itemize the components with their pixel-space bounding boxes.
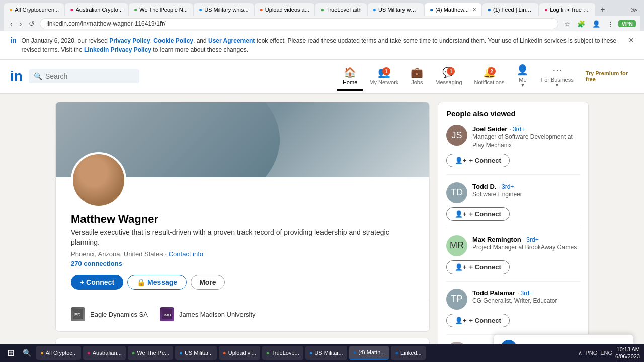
sidebar-person-info-1: Todd D. · 3rd+ Software Engineer	[472, 182, 580, 199]
browser-tab-6[interactable]: ● TrueLoveFaith	[315, 3, 367, 16]
privacy-banner-close[interactable]: ×	[628, 35, 634, 46]
taskbar-search-button[interactable]: 🔍	[20, 348, 34, 358]
home-icon: 🏠	[344, 66, 356, 78]
profile-avatar-wrapper	[71, 152, 126, 208]
taskbar-task-0[interactable]: ● All Cryptoc...	[36, 346, 81, 360]
exp-item-jmu[interactable]: JMU James Madison University	[160, 307, 256, 321]
browser-tab-10[interactable]: ● Log In • True Lo...	[539, 3, 595, 16]
connect-button-todd-d[interactable]: 👤+ + Connect	[446, 207, 510, 221]
taskbar-task-2[interactable]: ● We The Pe...	[128, 346, 173, 360]
linkedin-privacy-icon: in	[10, 36, 16, 44]
taskbar-task-1[interactable]: ● Australian...	[83, 346, 126, 360]
nav-item-forbusiness[interactable]: ⋯ For Business ▼	[535, 60, 579, 93]
taskbar-task-3[interactable]: ● US Militar...	[175, 346, 217, 360]
profile-button[interactable]: 👤	[590, 19, 603, 29]
list-item: TD Todd D. · 3rd+ Software Engineer 👤+ +…	[446, 182, 580, 228]
nav-item-messaging[interactable]: 💬 1 Messaging	[429, 62, 468, 90]
connect-button[interactable]: + Connect	[71, 275, 123, 290]
list-item: MR Max Remington · 3rd+ Project Manager …	[446, 235, 580, 282]
sidebar-person-info-3: Todd Palamar · 3rd+ CG Generalist, Write…	[472, 289, 580, 305]
contact-info-link[interactable]: Contact info	[169, 250, 203, 258]
tab-close-icon[interactable]: ×	[473, 6, 476, 13]
sidebar-person-title-0: Manager of Software Development at Play …	[472, 133, 580, 150]
taskbar-task-8[interactable]: ● Linked...	[391, 346, 425, 360]
sidebar-person-name[interactable]: Todd D. · 3rd+	[472, 182, 580, 190]
profile-location: Phoenix, Arizona, United States · Contac…	[71, 250, 414, 258]
cookie-policy-link[interactable]: Cookie Policy	[153, 37, 193, 44]
sidebar-person-name[interactable]: Max Remington · 3rd+	[472, 235, 580, 243]
sidebar-person-row-2: MR Max Remington · 3rd+ Project Manager …	[446, 235, 580, 256]
sidebar-person-name[interactable]: Todd Palamar · 3rd+	[472, 289, 580, 297]
taskbar-task-5[interactable]: ● TrueLove...	[262, 346, 303, 360]
connect-button-todd-p[interactable]: 👤+ + Connect	[446, 314, 510, 327]
message-button[interactable]: 🔒 Message	[127, 275, 187, 290]
sidebar-person-name[interactable]: Joel Seider · 3rd+	[472, 125, 580, 133]
eagle-dynamics-logo: ED	[71, 307, 85, 321]
profile-connections: 270 connections	[71, 260, 414, 267]
user-agreement-link[interactable]: User Agreement	[208, 37, 255, 44]
nav-item-home[interactable]: 🏠 Home	[337, 62, 363, 90]
nav-item-jobs[interactable]: 💼 Jobs	[405, 62, 429, 90]
tray-arrow-icon[interactable]: ∧	[578, 350, 582, 356]
connect-icon: 👤+	[455, 317, 467, 324]
taskbar-task-6[interactable]: ● US Militar...	[305, 346, 347, 360]
taskbar-task-4[interactable]: ● Upload vi...	[219, 346, 260, 360]
privacy-banner-text: On January 6, 2020, our revised Privacy …	[21, 36, 623, 54]
task-icon: ●	[223, 350, 226, 356]
sidebar-person-title-1: Software Engineer	[472, 190, 580, 199]
menu-button[interactable]: ⋮	[605, 19, 616, 29]
connect-icon: 👤+	[455, 263, 467, 271]
browser-tab-2[interactable]: ● Australian Crypto...	[65, 3, 128, 16]
taskbar-task-7-active[interactable]: ● (4) Matth...	[349, 346, 389, 360]
browser-tab-8-active[interactable]: ● (4) Matthew... ×	[425, 3, 481, 16]
privacy-policy-link[interactable]: Privacy Policy	[109, 37, 150, 44]
browser-tab-5[interactable]: ● Upload videos a...	[255, 3, 314, 16]
reload-button[interactable]: ↺	[27, 19, 37, 29]
privacy-banner: in On January 6, 2020, our revised Priva…	[0, 31, 644, 60]
browser-tab-4[interactable]: ● US Military whis...	[194, 3, 254, 16]
nav-items: 🏠 Home 👥 1 My Network 💼 Jobs 💬 1 Messagi…	[337, 60, 634, 93]
profile-experience: ED Eagle Dynamics SA JMU James Madison U…	[56, 300, 429, 331]
profile-headline: Versatile executive that is result-drive…	[71, 228, 414, 247]
nav-item-notifications-label: Notifications	[474, 79, 505, 85]
extensions-button[interactable]: 🧩	[575, 19, 588, 29]
nav-item-mynetwork[interactable]: 👥 1 My Network	[363, 62, 405, 90]
jobs-icon: 💼	[411, 66, 423, 78]
eagle-dynamics-name: Eagle Dynamics SA	[90, 311, 148, 318]
connect-button-max[interactable]: 👤+ + Connect	[446, 260, 510, 274]
new-tab-button[interactable]: +	[596, 3, 609, 16]
nav-premium[interactable]: Try Premium for free	[580, 66, 634, 86]
nav-item-me[interactable]: 👤 Me ▼	[510, 60, 535, 93]
linkedin-logo[interactable]: in	[10, 64, 23, 88]
search-input[interactable]	[45, 72, 126, 80]
more-button[interactable]: More	[191, 275, 224, 290]
sidebar-person-info-2: Max Remington · 3rd+ Project Manager at …	[472, 235, 580, 252]
task-icon: ●	[179, 350, 183, 356]
forward-button[interactable]: ›	[18, 19, 24, 29]
minimize-tab-list-icon[interactable]: ≫	[631, 6, 638, 14]
profile-section: Matthew Wagner Versatile executive that …	[55, 102, 430, 362]
browser-tab-9[interactable]: ● (1) Feed | Linked...	[482, 3, 538, 16]
address-bar[interactable]	[40, 18, 558, 29]
nav-item-notifications[interactable]: 🔔 2 Notifications	[468, 62, 511, 90]
notifications-badge: 2	[488, 67, 496, 75]
back-button[interactable]: ‹	[8, 19, 15, 29]
avatar	[71, 152, 126, 208]
notifications-icon: 🔔 2	[483, 66, 496, 78]
connect-icon: 👤+	[455, 210, 467, 218]
browser-tab-1[interactable]: ● All Cryptocurren...	[4, 3, 64, 16]
exp-item-eagle[interactable]: ED Eagle Dynamics SA	[71, 307, 148, 321]
task-icon: ●	[266, 350, 270, 356]
network-icon: 👥 1	[378, 66, 390, 78]
profile-name: Matthew Wagner	[71, 213, 414, 226]
browser-tabs: ● All Cryptocurren... ● Australian Crypt…	[4, 3, 640, 16]
nav-item-home-label: Home	[343, 79, 357, 85]
nav-item-jobs-label: Jobs	[411, 79, 423, 85]
bookmark-button[interactable]: ☆	[561, 19, 573, 29]
start-button[interactable]: ⊞	[4, 346, 18, 359]
list-item: TP Todd Palamar · 3rd+ CG Generalist, Wr…	[446, 289, 580, 335]
linkedin-privacy-policy-link[interactable]: LinkedIn Privacy Policy	[84, 46, 151, 53]
connect-button-joel[interactable]: 👤+ + Connect	[446, 154, 510, 167]
browser-tab-7[interactable]: ● US Military whis...	[368, 3, 424, 16]
browser-tab-3[interactable]: ● We The People N...	[129, 3, 193, 16]
